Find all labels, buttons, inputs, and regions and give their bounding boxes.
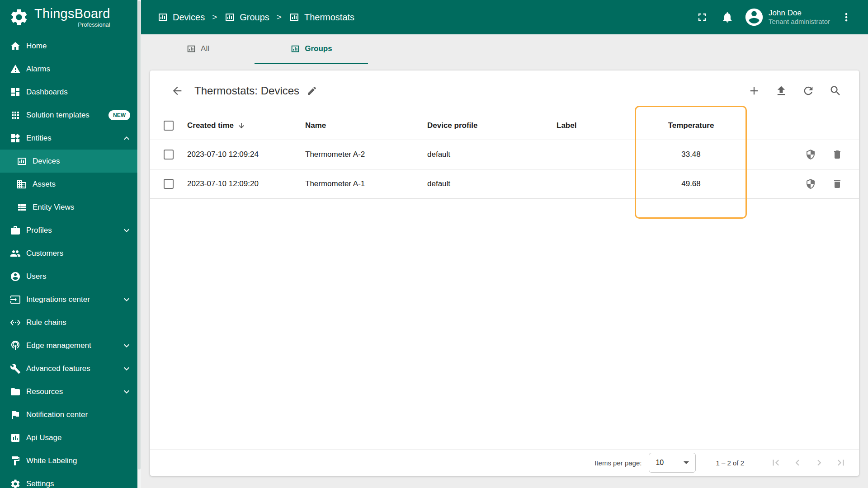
sidebar-item-integrations-center[interactable]: Integrations center (0, 288, 137, 311)
chevron-down-icon (121, 386, 132, 397)
column-header-temperature[interactable]: Temperature (636, 121, 746, 130)
cell-device-profile: default (427, 150, 557, 159)
edge-management-icon (10, 340, 21, 351)
sidebar-item-profiles[interactable]: Profiles (0, 219, 137, 242)
sidebar-item-label: Alarms (26, 65, 50, 74)
sidebar-item-entities[interactable]: Entities (0, 127, 137, 150)
home-icon (10, 41, 21, 52)
sidebar-item-entity-views[interactable]: Entity Views (0, 196, 137, 219)
brand-name: ThingsBoard (34, 7, 110, 20)
arrow-back-icon (171, 84, 184, 97)
sidebar-item-users[interactable]: Users (0, 265, 137, 288)
sidebar-item-api-usage[interactable]: Api Usage (0, 426, 137, 449)
breadcrumb-thermostats: Thermostats (289, 12, 354, 23)
sidebar-item-devices[interactable]: Devices (0, 150, 137, 173)
cell-temperature: 49.68 (636, 179, 746, 188)
sidebar-item-customers[interactable]: Customers (0, 242, 137, 265)
previous-page-button[interactable] (787, 452, 808, 474)
sidebar-item-home[interactable]: Home (0, 34, 137, 57)
row-checkbox-cell (150, 150, 187, 160)
search-button[interactable] (825, 80, 846, 102)
sidebar-item-white-labeling[interactable]: White Labeling (0, 449, 137, 472)
folder-icon (10, 386, 21, 397)
sidebar-item-advanced-features[interactable]: Advanced features (0, 357, 137, 380)
more-vert-icon (840, 11, 853, 23)
shield-icon (805, 149, 816, 160)
delete-button[interactable] (828, 175, 846, 193)
breadcrumb-groups[interactable]: Groups (224, 12, 269, 23)
manage-credentials-button[interactable] (802, 175, 820, 193)
sidebar-item-notification-center[interactable]: Notification center (0, 403, 137, 426)
next-page-button[interactable] (808, 452, 830, 474)
sidebar-item-label: Users (26, 272, 46, 281)
paginator: Items per page: 10 1 – 2 of 2 (150, 449, 859, 476)
sidebar-item-solution-templates[interactable]: Solution templates NEW (0, 103, 137, 127)
page-range-label: 1 – 2 of 2 (716, 459, 744, 467)
apps-icon (10, 110, 21, 121)
first-page-icon (770, 457, 782, 469)
tab-groups[interactable]: Groups (255, 34, 368, 64)
breadcrumb-label: Thermostats (304, 12, 354, 23)
sidebar-item-settings[interactable]: Settings (0, 472, 137, 488)
manage-credentials-button[interactable] (802, 145, 820, 164)
tools-icon (10, 363, 21, 374)
sidebar-item-resources[interactable]: Resources (0, 380, 137, 403)
devices-table-card: Thermostats: Devices Created time (150, 70, 859, 476)
table-row[interactable]: 2023-07-10 12:09:24 Thermometer A-2 defa… (150, 140, 859, 169)
scrollbar-thumb[interactable] (138, 1, 141, 469)
breadcrumb: Devices > Groups > Thermostats (157, 12, 354, 23)
column-header-label[interactable]: Label (557, 121, 636, 130)
last-page-button[interactable] (830, 452, 852, 474)
sidebar-item-label: Dashboards (26, 88, 68, 97)
trash-icon (832, 149, 843, 160)
bell-icon (721, 11, 734, 23)
sidebar-item-label: White Labeling (26, 456, 77, 465)
row-checkbox-cell (150, 179, 187, 189)
breadcrumb-devices[interactable]: Devices (157, 12, 205, 23)
import-button[interactable] (770, 80, 792, 102)
sidebar-item-edge-management[interactable]: Edge management (0, 334, 137, 357)
sidebar-item-alarms[interactable]: Alarms (0, 57, 137, 80)
edit-title-button[interactable] (301, 80, 323, 102)
refresh-button[interactable] (797, 80, 819, 102)
sidebar-item-label: Customers (26, 249, 63, 258)
trash-icon (832, 178, 843, 189)
column-header-created-time[interactable]: Created time (187, 121, 305, 130)
column-header-name[interactable]: Name (305, 121, 427, 130)
tabbar: All Groups (141, 34, 868, 64)
main-area: Devices > Groups > Thermostats (141, 0, 868, 488)
select-all-checkbox[interactable] (164, 121, 174, 131)
user-menu[interactable]: John Doe Tenant administrator (742, 7, 832, 28)
more-menu-button[interactable] (835, 6, 857, 28)
sidebar-scrollbar[interactable] (137, 0, 141, 488)
tab-all[interactable]: All (141, 34, 255, 64)
topbar: Devices > Groups > Thermostats (141, 0, 868, 34)
add-device-button[interactable] (743, 80, 765, 102)
sidebar-item-assets[interactable]: Assets (0, 173, 137, 196)
page-size-select[interactable]: 10 (649, 453, 696, 473)
toolbar-actions (743, 80, 846, 102)
row-checkbox[interactable] (164, 150, 174, 160)
back-button[interactable] (166, 80, 188, 102)
sidebar-item-dashboards[interactable]: Dashboards (0, 80, 137, 103)
row-actions (746, 175, 859, 193)
sidebar-item-label: Settings (26, 479, 54, 488)
row-checkbox[interactable] (164, 179, 174, 189)
delete-button[interactable] (828, 145, 846, 164)
sidebar-item-label: Advanced features (26, 364, 90, 373)
column-label: Device profile (427, 121, 478, 130)
table-row[interactable]: 2023-07-10 12:09:20 Thermometer A-1 defa… (150, 169, 859, 199)
sidebar-item-rule-chains[interactable]: Rule chains (0, 311, 137, 334)
column-header-device-profile[interactable]: Device profile (427, 121, 557, 130)
first-page-button[interactable] (765, 452, 787, 474)
notifications-button[interactable] (717, 6, 738, 28)
brand-logo[interactable]: ThingsBoard Professional (0, 0, 137, 34)
sort-descending-icon (237, 122, 245, 130)
dashboard-icon (10, 87, 21, 98)
users-icon (10, 271, 21, 282)
avatar (744, 7, 764, 28)
fullscreen-button[interactable] (691, 6, 713, 28)
sidebar-item-label: Solution templates (26, 111, 90, 120)
sidebar-item-label: Edge management (26, 341, 91, 350)
items-per-page-label: Items per page: (594, 459, 642, 467)
